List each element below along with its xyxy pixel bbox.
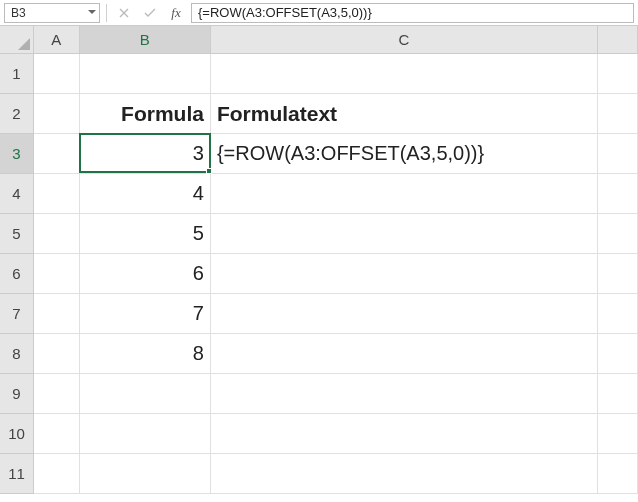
cell-A2[interactable] <box>34 94 80 134</box>
spreadsheet-grid: ABC 1234567891011 FormulaFormulatext3{=R… <box>0 26 638 502</box>
cell-4[interactable] <box>598 174 638 214</box>
cell-2[interactable] <box>598 94 638 134</box>
cancel-button[interactable] <box>113 3 135 23</box>
cell-A5[interactable] <box>34 214 80 254</box>
formula-input[interactable]: {=ROW(A3:OFFSET(A3,5,0))} <box>191 3 634 23</box>
cells-area[interactable]: FormulaFormulatext3{=ROW(A3:OFFSET(A3,5,… <box>34 54 638 502</box>
row-header-7[interactable]: 7 <box>0 294 33 334</box>
cell-B1[interactable] <box>80 54 211 94</box>
cell-C5[interactable] <box>211 214 598 254</box>
row-header-8[interactable]: 8 <box>0 334 33 374</box>
table-row: 8 <box>34 334 638 374</box>
cell-B6[interactable]: 6 <box>80 254 211 294</box>
table-row <box>34 54 638 94</box>
table-row <box>34 374 638 414</box>
formula-bar: B3 fx {=ROW(A3:OFFSET(A3,5,0))} <box>0 0 638 26</box>
divider <box>106 4 107 22</box>
table-row: FormulaFormulatext <box>34 94 638 134</box>
row-header-1[interactable]: 1 <box>0 54 33 94</box>
cell-B9[interactable] <box>80 374 211 414</box>
cell-B2[interactable]: Formula <box>80 94 211 134</box>
cell-A6[interactable] <box>34 254 80 294</box>
fx-icon: fx <box>171 5 180 21</box>
table-row: 6 <box>34 254 638 294</box>
cell-A9[interactable] <box>34 374 80 414</box>
cell-9[interactable] <box>598 374 638 414</box>
row-headers: 1234567891011 <box>0 54 34 494</box>
cell-A3[interactable] <box>34 134 80 174</box>
row-header-4[interactable]: 4 <box>0 174 33 214</box>
table-row <box>34 454 638 494</box>
cell-C10[interactable] <box>211 414 598 454</box>
cell-10[interactable] <box>598 414 638 454</box>
cell-C2[interactable]: Formulatext <box>211 94 598 134</box>
row-header-9[interactable]: 9 <box>0 374 33 414</box>
cell-C1[interactable] <box>211 54 598 94</box>
cell-C4[interactable] <box>211 174 598 214</box>
table-row: 4 <box>34 174 638 214</box>
name-box-value: B3 <box>5 6 83 20</box>
select-all-corner[interactable] <box>0 26 34 54</box>
row-header-5[interactable]: 5 <box>0 214 33 254</box>
cell-A8[interactable] <box>34 334 80 374</box>
cell-8[interactable] <box>598 334 638 374</box>
cell-1[interactable] <box>598 54 638 94</box>
column-header-blank[interactable] <box>598 26 638 53</box>
cell-A7[interactable] <box>34 294 80 334</box>
cell-A11[interactable] <box>34 454 80 494</box>
cell-7[interactable] <box>598 294 638 334</box>
cell-5[interactable] <box>598 214 638 254</box>
row-header-3[interactable]: 3 <box>0 134 33 174</box>
cell-B8[interactable]: 8 <box>80 334 211 374</box>
cell-B10[interactable] <box>80 414 211 454</box>
formula-text: {=ROW(A3:OFFSET(A3,5,0))} <box>198 5 372 20</box>
cell-B3[interactable]: 3 <box>80 134 211 174</box>
table-row <box>34 414 638 454</box>
cell-A4[interactable] <box>34 174 80 214</box>
name-box[interactable]: B3 <box>4 3 100 23</box>
cell-11[interactable] <box>598 454 638 494</box>
cell-C9[interactable] <box>211 374 598 414</box>
row-header-11[interactable]: 11 <box>0 454 33 494</box>
table-row: 3{=ROW(A3:OFFSET(A3,5,0))} <box>34 134 638 174</box>
cell-C11[interactable] <box>211 454 598 494</box>
name-box-dropdown-icon[interactable] <box>83 4 99 22</box>
column-header-A[interactable]: A <box>34 26 80 53</box>
table-row: 7 <box>34 294 638 334</box>
cell-C8[interactable] <box>211 334 598 374</box>
insert-function-button[interactable]: fx <box>165 3 187 23</box>
table-row: 5 <box>34 214 638 254</box>
column-header-C[interactable]: C <box>211 26 598 53</box>
cell-B5[interactable]: 5 <box>80 214 211 254</box>
row-header-10[interactable]: 10 <box>0 414 33 454</box>
cell-A1[interactable] <box>34 54 80 94</box>
cell-B7[interactable]: 7 <box>80 294 211 334</box>
cell-B4[interactable]: 4 <box>80 174 211 214</box>
cell-B11[interactable] <box>80 454 211 494</box>
column-headers: ABC <box>34 26 638 54</box>
row-header-2[interactable]: 2 <box>0 94 33 134</box>
row-header-6[interactable]: 6 <box>0 254 33 294</box>
enter-button[interactable] <box>139 3 161 23</box>
cell-C7[interactable] <box>211 294 598 334</box>
cell-C6[interactable] <box>211 254 598 294</box>
column-header-B[interactable]: B <box>80 26 211 53</box>
cell-6[interactable] <box>598 254 638 294</box>
cell-3[interactable] <box>598 134 638 174</box>
cell-A10[interactable] <box>34 414 80 454</box>
cell-C3[interactable]: {=ROW(A3:OFFSET(A3,5,0))} <box>211 134 598 174</box>
